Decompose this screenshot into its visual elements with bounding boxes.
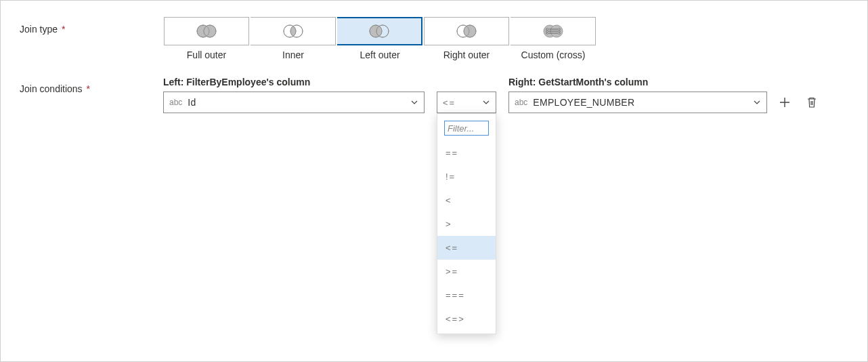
operator-option[interactable]: > bbox=[437, 212, 496, 236]
required-asterisk: * bbox=[87, 83, 90, 94]
delete-condition-button[interactable] bbox=[802, 93, 821, 112]
left-column-value: Id bbox=[188, 97, 410, 108]
join-type-row: Join type * Full outer Inner Left out bbox=[20, 17, 848, 60]
operator-option[interactable]: >= bbox=[437, 260, 496, 283]
venn-left-icon bbox=[364, 22, 394, 40]
operator-list: ==!=<><=>====<=> bbox=[437, 141, 496, 331]
join-type-option-right[interactable]: Right outer bbox=[423, 17, 510, 60]
plus-icon bbox=[779, 96, 791, 108]
add-condition-button[interactable] bbox=[775, 93, 794, 112]
join-type-box bbox=[251, 17, 336, 45]
join-type-option-label: Left outer bbox=[360, 49, 399, 60]
right-type-prefix: abc bbox=[515, 98, 527, 107]
operator-option[interactable]: == bbox=[437, 141, 496, 165]
operator-value: <= bbox=[443, 98, 482, 108]
join-type-box bbox=[164, 17, 249, 45]
operator-option[interactable]: === bbox=[437, 283, 496, 307]
left-column-dropdown[interactable]: abc Id bbox=[163, 92, 425, 113]
venn-cross-icon bbox=[538, 22, 568, 40]
venn-inner-icon bbox=[278, 22, 308, 40]
join-type-option-label: Custom (cross) bbox=[521, 49, 586, 60]
condition-headers: Left: FilterByEmployee's column Right: G… bbox=[163, 77, 848, 87]
join-type-option-inner[interactable]: Inner bbox=[250, 17, 337, 60]
join-type-picker: Full outer Inner Left outer Right outer bbox=[163, 17, 596, 60]
join-conditions-area: Left: FilterByEmployee's column Right: G… bbox=[163, 77, 848, 113]
join-conditions-label: Join conditions * bbox=[20, 77, 163, 94]
venn-full-icon bbox=[192, 22, 221, 40]
operator-column-header bbox=[437, 77, 496, 87]
left-column-header: Left: FilterByEmployee's column bbox=[163, 77, 425, 87]
join-type-option-cross[interactable]: Custom (cross) bbox=[510, 17, 596, 60]
join-conditions-label-text: Join conditions bbox=[20, 83, 83, 94]
join-type-option-label: Full outer bbox=[187, 49, 226, 60]
operator-option[interactable]: <=> bbox=[437, 307, 496, 331]
join-type-option-label: Inner bbox=[282, 49, 304, 60]
trash-icon bbox=[806, 96, 818, 108]
chevron-down-icon bbox=[482, 98, 490, 106]
operator-dropdown-panel: ==!=<><=>====<=> bbox=[437, 113, 496, 334]
operator-option[interactable]: <= bbox=[437, 236, 496, 260]
right-column-header: Right: GetStartMonth's column bbox=[508, 77, 767, 87]
operator-option[interactable]: != bbox=[437, 165, 496, 188]
join-config-panel: Join type * Full outer Inner Left out bbox=[0, 0, 868, 362]
venn-right-icon bbox=[452, 22, 481, 40]
join-type-option-left[interactable]: Left outer bbox=[337, 17, 423, 60]
operator-dropdown[interactable]: <= bbox=[437, 92, 496, 113]
join-type-box bbox=[511, 17, 596, 45]
right-column-value: EMPLOYEE_NUMBER bbox=[533, 97, 753, 108]
join-type-label: Join type * bbox=[20, 17, 163, 35]
condition-row: abc Id <= abc EMPLOYEE_NUMBER bbox=[163, 92, 848, 113]
operator-option[interactable]: < bbox=[437, 188, 496, 212]
chevron-down-icon bbox=[410, 98, 418, 106]
operator-filter bbox=[444, 121, 489, 136]
left-type-prefix: abc bbox=[169, 98, 182, 107]
required-asterisk: * bbox=[62, 24, 65, 35]
join-conditions-row: Join conditions * Left: FilterByEmployee… bbox=[20, 77, 848, 113]
right-column-dropdown[interactable]: abc EMPLOYEE_NUMBER bbox=[508, 92, 767, 113]
join-type-label-text: Join type bbox=[20, 24, 58, 35]
chevron-down-icon bbox=[753, 98, 761, 106]
join-type-box bbox=[337, 17, 422, 45]
join-type-option-label: Right outer bbox=[443, 49, 490, 60]
join-type-box bbox=[424, 17, 509, 45]
join-type-option-full[interactable]: Full outer bbox=[163, 17, 250, 60]
operator-filter-input[interactable] bbox=[444, 121, 489, 136]
